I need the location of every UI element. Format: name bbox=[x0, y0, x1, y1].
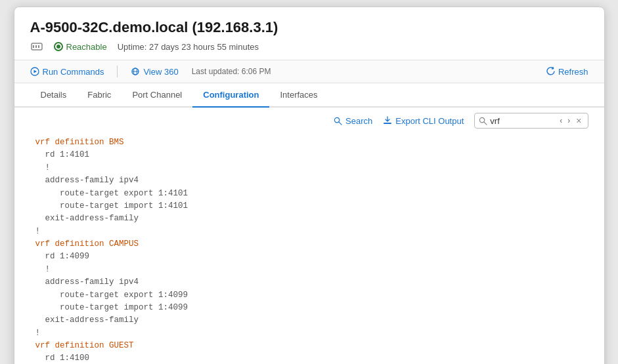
cli-line: route-target export 1:4099 bbox=[35, 289, 583, 302]
cli-output: vrf definition BMS rd 1:4101 ! address-f… bbox=[14, 134, 604, 364]
search-input-icon bbox=[479, 117, 487, 125]
cli-line: exit-address-family bbox=[35, 212, 583, 225]
svg-point-8 bbox=[334, 117, 339, 122]
cli-line: address-family ipv4 bbox=[35, 276, 583, 289]
device-icon bbox=[30, 40, 43, 53]
view-360-button[interactable]: View 360 bbox=[131, 67, 178, 77]
cli-line: route-target export 1:4101 bbox=[35, 188, 583, 200]
cli-line: rd 1:4100 bbox=[35, 352, 583, 364]
svg-rect-2 bbox=[35, 45, 37, 48]
toolbar-divider bbox=[117, 66, 118, 77]
search-button[interactable]: Search bbox=[334, 116, 372, 126]
search-btn-icon bbox=[334, 117, 342, 125]
tab-fabric[interactable]: Fabric bbox=[77, 83, 121, 108]
svg-point-11 bbox=[480, 117, 485, 122]
cli-line: vrf definition GUEST bbox=[35, 340, 583, 352]
tab-interfaces[interactable]: Interfaces bbox=[269, 83, 328, 108]
cli-line: rd 1:4101 bbox=[35, 149, 583, 161]
cli-search-bar: ‹ › × bbox=[474, 113, 588, 129]
cli-line: ! bbox=[35, 226, 583, 238]
refresh-button[interactable]: Refresh bbox=[546, 67, 588, 77]
device-meta: Reachable Uptime: 27 days 23 hours 55 mi… bbox=[30, 40, 588, 53]
svg-rect-1 bbox=[33, 45, 34, 48]
cli-line: address-family ipv4 bbox=[35, 174, 583, 187]
export-cli-button[interactable]: Export CLI Output bbox=[383, 116, 464, 126]
run-commands-button[interactable]: Run Commands bbox=[30, 67, 104, 77]
search-prev-button[interactable]: ‹ bbox=[558, 115, 563, 126]
cli-line: route-target import 1:4101 bbox=[35, 200, 583, 212]
search-next-button[interactable]: › bbox=[566, 115, 571, 126]
cli-line: route-target import 1:4099 bbox=[35, 302, 583, 314]
uptime-text: Uptime: 27 days 23 hours 55 minutes bbox=[118, 42, 259, 52]
device-header: A-9500-32C.demo.local (192.168.3.1) Reac… bbox=[14, 7, 604, 60]
search-input[interactable] bbox=[490, 116, 556, 126]
svg-rect-3 bbox=[38, 45, 39, 48]
toolbar-right: Refresh bbox=[546, 67, 588, 77]
content-toolbar: Search Export CLI Output ‹ › × bbox=[14, 108, 604, 134]
device-title: A-9500-32C.demo.local (192.168.3.1) bbox=[30, 19, 588, 36]
cli-line: ! bbox=[35, 162, 583, 174]
cli-line: exit-address-family bbox=[35, 314, 583, 327]
cli-line: ! bbox=[35, 264, 583, 276]
export-icon bbox=[383, 116, 392, 125]
reachable-label: Reachable bbox=[66, 42, 107, 52]
search-close-button[interactable]: × bbox=[574, 115, 583, 127]
svg-line-12 bbox=[485, 122, 487, 125]
last-updated-text: Last updated: 6:06 PM bbox=[192, 67, 271, 76]
reachable-dot-icon bbox=[54, 42, 63, 51]
toolbar-left: Run Commands View 360 Last updated: 6:06… bbox=[30, 66, 271, 77]
svg-marker-5 bbox=[33, 70, 37, 73]
tab-details[interactable]: Details bbox=[30, 83, 77, 108]
svg-rect-10 bbox=[384, 123, 391, 124]
cli-line: vrf definition BMS bbox=[35, 136, 583, 149]
reachable-badge: Reachable bbox=[54, 42, 107, 52]
cli-line: vrf definition CAMPUS bbox=[35, 238, 583, 251]
tabs-bar: Details Fabric Port Channel Configuratio… bbox=[14, 83, 604, 108]
view-360-icon bbox=[131, 67, 140, 76]
content-area: Search Export CLI Output ‹ › × bbox=[14, 108, 604, 364]
cli-line: ! bbox=[35, 327, 583, 340]
tab-configuration[interactable]: Configuration bbox=[192, 83, 269, 108]
tab-port-channel[interactable]: Port Channel bbox=[121, 83, 192, 108]
svg-line-9 bbox=[339, 122, 342, 125]
main-window: A-9500-32C.demo.local (192.168.3.1) Reac… bbox=[14, 7, 605, 364]
cli-line: rd 1:4099 bbox=[35, 251, 583, 263]
device-toolbar: Run Commands View 360 Last updated: 6:06… bbox=[14, 60, 604, 83]
run-commands-icon bbox=[30, 67, 39, 76]
refresh-icon bbox=[546, 67, 555, 76]
